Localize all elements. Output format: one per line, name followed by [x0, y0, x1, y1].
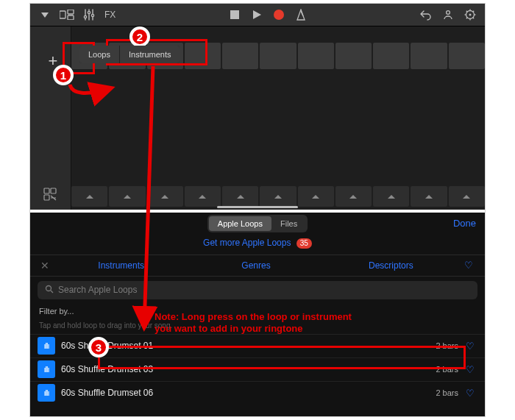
svg-line-21	[473, 18, 475, 19]
undo-button[interactable]	[417, 6, 435, 24]
loop-cell[interactable]	[449, 43, 485, 69]
svg-rect-1	[68, 10, 74, 14]
svg-line-20	[466, 11, 468, 13]
waveform-icon: ıllı	[38, 337, 55, 355]
loop-length: 2 bars	[436, 365, 458, 374]
tab-instruments[interactable]: Instruments	[54, 260, 188, 271]
scene-trigger[interactable]	[185, 186, 221, 207]
done-button[interactable]: Done	[453, 218, 476, 229]
svg-rect-24	[44, 188, 49, 193]
category-tabs: ✕ Instruments Genres Descriptors ♡	[30, 255, 485, 277]
add-track-button[interactable]: +	[40, 49, 65, 74]
fx-button[interactable]: FX	[102, 10, 118, 20]
svg-rect-9	[230, 10, 239, 19]
main-toolbar: FX	[30, 4, 485, 26]
svg-point-15	[469, 14, 472, 16]
scene-trigger[interactable]	[222, 186, 258, 207]
waveform-icon: ıllı	[38, 384, 55, 402]
svg-rect-26	[44, 195, 49, 200]
svg-rect-25	[51, 188, 56, 193]
close-icon[interactable]: ✕	[36, 260, 54, 271]
record-button[interactable]	[270, 6, 288, 24]
info-button[interactable]	[439, 6, 457, 24]
scene-trigger[interactable]	[335, 186, 372, 207]
search-icon	[45, 285, 54, 296]
loop-name: 60s Shuffle Drumset 03	[61, 364, 436, 374]
loop-name: 60s Shuffle Drumset 06	[61, 388, 436, 398]
loops-instruments-segment: Loops Instruments	[79, 46, 180, 63]
svg-point-13	[447, 11, 450, 15]
stop-button[interactable]	[226, 6, 244, 24]
list-item[interactable]: ıllı 60s Shuffle Drumset 03 2 bars ♡	[30, 357, 485, 381]
favorite-icon[interactable]: ♡	[463, 341, 477, 352]
tab-genres[interactable]: Genres	[188, 260, 323, 271]
svg-rect-0	[60, 11, 65, 18]
svg-line-22	[466, 18, 468, 19]
svg-line-28	[51, 291, 53, 293]
track-header-column: +	[30, 26, 71, 210]
svg-point-8	[91, 14, 93, 16]
tab-descriptors[interactable]: Descriptors	[324, 260, 458, 271]
favorite-icon[interactable]: ♡	[463, 388, 477, 399]
loop-cell[interactable]	[373, 43, 409, 69]
favorites-icon[interactable]: ♡	[458, 260, 479, 271]
get-more-loops-badge: 35	[296, 238, 312, 249]
svg-point-27	[46, 285, 52, 291]
apple-loops-segment[interactable]: Apple Loops	[209, 216, 271, 231]
scene-trigger[interactable]	[260, 186, 296, 207]
loop-cell[interactable]	[185, 43, 221, 69]
scene-trigger[interactable]	[71, 186, 107, 207]
mixer-button[interactable]	[80, 6, 98, 24]
tracks-grid: + Loops Instruments	[30, 26, 485, 210]
list-item[interactable]: ıllı 60s Shuffle Drumset 06 2 bars ♡	[30, 381, 485, 405]
svg-point-7	[88, 11, 90, 13]
svg-line-23	[473, 11, 475, 13]
loop-cell[interactable]	[411, 43, 447, 69]
loop-cell[interactable]	[298, 43, 334, 69]
search-placeholder: Search Apple Loops	[58, 285, 137, 295]
view-toggle-button[interactable]	[58, 6, 76, 24]
scene-trigger[interactable]	[109, 186, 145, 207]
play-button[interactable]	[248, 6, 266, 24]
drag-hint: Tap and hold loop to drag into your song…	[30, 318, 485, 332]
home-indicator	[217, 206, 298, 208]
loop-cell[interactable]	[335, 43, 372, 69]
source-segmented: Apple Loops Files	[207, 215, 308, 232]
scene-trigger[interactable]	[449, 186, 485, 207]
view-menu-button[interactable]	[36, 6, 54, 24]
metronome-button[interactable]	[292, 6, 310, 24]
waveform-icon: ıllı	[38, 360, 55, 378]
scene-trigger[interactable]	[411, 186, 447, 207]
favorite-icon[interactable]: ♡	[463, 364, 477, 375]
loops-tab[interactable]: Loops	[79, 46, 119, 63]
loop-browser-panel: Apple Loops Files Done Get more Apple Lo…	[30, 210, 485, 416]
loop-length: 2 bars	[436, 341, 458, 350]
loop-length: 2 bars	[436, 388, 458, 397]
scene-trigger[interactable]	[147, 186, 183, 207]
loop-cell[interactable]	[260, 43, 296, 69]
get-more-loops-link[interactable]: Get more Apple Loops	[203, 238, 291, 248]
scene-trigger[interactable]	[373, 186, 409, 207]
svg-rect-2	[68, 15, 74, 20]
search-input[interactable]: Search Apple Loops	[38, 281, 477, 299]
get-more-loops-row[interactable]: Get more Apple Loops 35	[30, 235, 485, 255]
svg-marker-10	[253, 10, 261, 19]
filter-by-button[interactable]: Filter by...	[30, 304, 485, 318]
list-item[interactable]: ıllı 60s Shuffle Drumset 01 2 bars ♡	[30, 334, 485, 357]
instruments-tab[interactable]: Instruments	[119, 46, 180, 63]
loop-cell[interactable]	[222, 43, 258, 69]
files-segment[interactable]: Files	[271, 216, 306, 231]
loop-name: 60s Shuffle Drumset 01	[61, 341, 436, 351]
svg-point-6	[84, 15, 86, 18]
scene-trigger[interactable]	[298, 186, 334, 207]
loop-list: ıllı 60s Shuffle Drumset 01 2 bars ♡ ıll…	[30, 334, 485, 405]
browser-icon[interactable]	[40, 185, 60, 204]
settings-button[interactable]	[461, 6, 479, 24]
